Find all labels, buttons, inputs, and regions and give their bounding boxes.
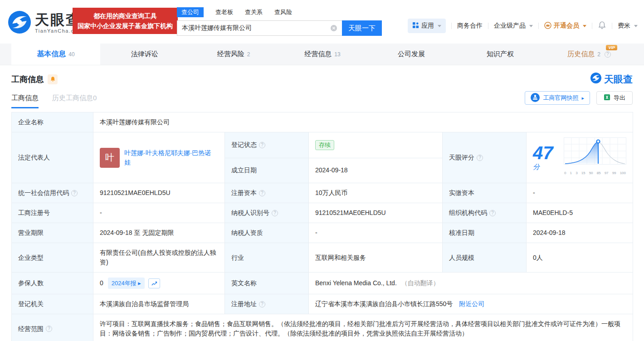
- field-label: 工商注册号: [12, 203, 93, 223]
- business-scope-value: 许可项目：互联网直播技术服务；食品销售；食品互联网销售。（依法须经批准的项目，经…: [93, 314, 633, 341]
- reg-address-cell: 辽宁省本溪市本溪满族自治县小市镇长江路550号 附近公司: [309, 294, 633, 314]
- nav-vip[interactable]: 开通会员: [544, 22, 586, 30]
- nav-cooperation[interactable]: 商务合作: [457, 22, 483, 30]
- search-tab-relation[interactable]: 查关系: [245, 8, 263, 16]
- chevron-down-icon: [583, 25, 586, 27]
- avatar[interactable]: 叶: [100, 148, 120, 168]
- chevron-down-icon: [438, 25, 441, 27]
- field-label: 企业名称: [12, 112, 93, 132]
- help-icon[interactable]: [71, 190, 78, 196]
- field-label: 登记状态: [225, 132, 309, 158]
- field-label: 营业期限: [12, 223, 93, 243]
- clear-search-icon[interactable]: [330, 24, 337, 32]
- watermark-logo: 天眼查: [590, 73, 633, 86]
- field-label: 纳税人资质: [225, 223, 309, 243]
- bell-icon: [50, 76, 56, 82]
- nav-user-label: 费米: [618, 22, 630, 30]
- trend-chart-icon: [151, 280, 157, 287]
- tab-intellectual-property[interactable]: 知识产权: [456, 44, 545, 65]
- search-tab-company[interactable]: 查公司: [177, 7, 204, 17]
- tyc-score-cell: 47分: [527, 132, 633, 183]
- company-tab-bar: 基本信息 40 法律诉讼 经营风险 2 经营信息 13 公司发展 知识产权 历史…: [0, 44, 644, 65]
- auto-translate-note: （自动翻译）: [401, 279, 439, 287]
- tab-history-info[interactable]: 历史信息 2 VIP: [545, 44, 634, 65]
- export-button[interactable]: 导出: [596, 91, 633, 105]
- paid-capital-value: -: [527, 183, 633, 203]
- stamp-icon: [531, 93, 540, 103]
- field-label: 人员规模: [443, 243, 527, 273]
- help-icon[interactable]: [259, 301, 265, 307]
- apps-grid-icon: [412, 22, 419, 30]
- table-row: 参保人数 0 2024年报 ▸ 英文名称 Benxi Yelena Media …: [12, 273, 633, 294]
- help-icon[interactable]: [259, 190, 265, 196]
- tianyancha-logo[interactable]: 天眼查 TianYanCha.com: [8, 11, 83, 35]
- search-tab-risk[interactable]: 查风险: [274, 8, 292, 16]
- subscribe-bell-button[interactable]: [48, 74, 58, 84]
- reg-capital-value: 10万人民币: [309, 183, 443, 203]
- taxpayer-qualification-value: -: [309, 223, 443, 243]
- nearby-companies-link[interactable]: 附近公司: [459, 300, 484, 307]
- subtab-business-registration[interactable]: 工商信息: [11, 94, 39, 108]
- score-distribution-chart: 0131550859799100: [564, 137, 626, 178]
- business-term-value: 2024-09-18 至 无固定期限: [93, 223, 225, 243]
- field-label: 组织机构代码: [443, 203, 527, 223]
- annual-report-tag[interactable]: 2024年报 ▸: [108, 278, 145, 289]
- field-label: 纳税人识别号: [225, 203, 309, 223]
- nav-apps[interactable]: 应用: [408, 19, 446, 33]
- reg-address-value: 辽宁省本溪市本溪满族自治县小市镇长江路550号: [315, 300, 453, 307]
- tianyancha-swirl-icon: [8, 11, 31, 35]
- official-snapshot-button[interactable]: 工商官网快照 ▸: [525, 91, 590, 105]
- help-icon[interactable]: [46, 326, 52, 332]
- credit-code-value: 91210521MAE0EHLD5U: [93, 183, 225, 203]
- reg-status-cell: 存续: [309, 132, 443, 158]
- approval-date-value: 2024-09-18: [527, 223, 633, 243]
- tab-basic-info[interactable]: 基本信息 40: [11, 44, 100, 65]
- trend-chart-button[interactable]: [148, 278, 160, 288]
- search-input[interactable]: [177, 20, 342, 36]
- score-value: 47: [533, 143, 553, 163]
- table-row: 企业名称 本溪叶莲娜传媒有限公司: [12, 112, 633, 132]
- table-row: 经营范围 许可项目：互联网直播技术服务；食品销售；食品互联网销售。（依法须经批准…: [12, 314, 633, 341]
- help-icon[interactable]: [605, 51, 611, 58]
- excel-icon: [604, 94, 610, 102]
- promo-line2: 国家中小企业发展子基金旗下机构: [78, 21, 173, 31]
- search-tabs: 查公司 查老板 查关系 查风险: [177, 7, 382, 17]
- nav-vip-label: 开通会员: [554, 22, 579, 30]
- tab-company-development[interactable]: 公司发展: [367, 44, 456, 65]
- field-label: 英文名称: [225, 273, 309, 294]
- table-row: 统一社会信用代码 91210521MAE0EHLD5U 注册资本 10万人民币 …: [12, 183, 633, 203]
- english-name-value: Benxi Yelena Media Co., Ltd.: [315, 279, 397, 287]
- field-label: 注册地址: [225, 294, 309, 314]
- tab-operating-risk[interactable]: 经营风险 2: [189, 44, 278, 65]
- top-header: 天眼查 TianYanCha.com 都在用的商业查询工具 国家中小企业发展子基…: [0, 0, 644, 44]
- search-button[interactable]: 天眼一下: [342, 20, 382, 36]
- field-label: 核准日期: [443, 223, 527, 243]
- search-tab-boss[interactable]: 查老板: [215, 8, 233, 16]
- vip-badge: VIP: [606, 45, 617, 50]
- field-label: 天眼评分: [443, 132, 527, 183]
- legal-rep-link[interactable]: 叶莲娜·叶夫格尼耶夫娜·巴热诺娃: [124, 148, 211, 167]
- nav-enterprise[interactable]: 企业级产品: [494, 22, 533, 30]
- tab-business-info[interactable]: 经营信息 13: [278, 44, 367, 65]
- help-icon[interactable]: [489, 210, 496, 216]
- field-label: 企业类型: [12, 243, 93, 273]
- score-axis-ticks: 0131550859799100: [564, 168, 626, 178]
- table-row: 工商注册号 - 纳税人识别号 91210521MAE0EHLD5U 组织机构代码…: [12, 203, 633, 223]
- field-label: 参保人数: [12, 273, 93, 294]
- tab-legal-litigation[interactable]: 法律诉讼: [100, 44, 189, 65]
- tianyancha-swirl-icon: [590, 73, 601, 86]
- field-label: 统一社会信用代码: [12, 183, 93, 203]
- help-icon[interactable]: [272, 210, 278, 216]
- chevron-down-icon: [529, 25, 533, 27]
- field-label: 成立日期: [225, 158, 309, 183]
- subtab-history-registration[interactable]: 历史工商信息0: [52, 94, 97, 108]
- help-icon[interactable]: [477, 155, 483, 161]
- help-icon[interactable]: [259, 142, 265, 148]
- promo-line1: 都在用的商业查询工具: [78, 11, 173, 21]
- header-nav: 应用 商务合作 企业级产品 开通会员: [408, 19, 638, 33]
- section-header: 工商信息 天眼查: [0, 65, 644, 88]
- nav-user[interactable]: 费米: [618, 22, 638, 30]
- notification-bell[interactable]: [598, 21, 606, 31]
- business-info-table: 企业名称 本溪叶莲娜传媒有限公司 法定代表人 叶 叶莲娜·叶夫格尼耶夫娜·巴热诺…: [11, 112, 633, 341]
- watermark-text: 天眼查: [604, 73, 633, 86]
